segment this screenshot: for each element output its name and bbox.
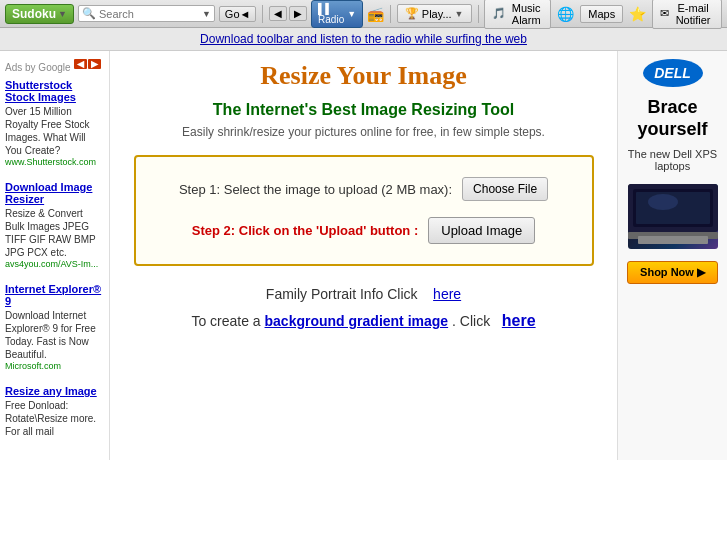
ads-prev-button[interactable]: ◀	[74, 59, 87, 69]
search-box: 🔍 ▼	[78, 5, 215, 22]
choose-file-button[interactable]: Choose File	[462, 177, 548, 201]
main-content: Resize Your Image The Internet's Best Im…	[110, 51, 617, 460]
play-label: Play...	[422, 8, 452, 20]
star-icon: ⭐	[629, 6, 646, 22]
play-button[interactable]: 🏆 Play... ▼	[397, 4, 472, 23]
ad-1-url: www.Shutterstock.com	[5, 157, 104, 167]
subtitle: The Internet's Best Image Resizing Tool	[130, 101, 597, 119]
sidebar-ad-3: Internet Explorer® 9 Download Internet E…	[5, 283, 104, 371]
globe-icon: 🌐	[557, 6, 574, 22]
sudoku-chevron: ▼	[58, 9, 67, 19]
radio-chevron: ▼	[347, 9, 356, 19]
email-icon: ✉	[660, 7, 669, 20]
family-portrait-section: Family Portrait Info Click here	[130, 286, 597, 302]
email-notifier-button[interactable]: ✉ E-mail Notifier	[652, 0, 722, 29]
ad-3-url: Microsoft.com	[5, 361, 104, 371]
back-icon[interactable]: ◀	[269, 6, 287, 21]
ad-1-title[interactable]: Shutterstock Stock Images	[5, 79, 104, 103]
step2-row: Step 2: Click on the 'Upload' button : U…	[156, 217, 572, 244]
step1-row: Step 1: Select the image to upload (2 MB…	[156, 177, 572, 201]
search-input[interactable]	[99, 8, 199, 20]
play-icon: 🏆	[405, 7, 419, 20]
svg-rect-4	[628, 232, 718, 239]
upload-image-button[interactable]: Upload Image	[428, 217, 535, 244]
bg-gradient-link[interactable]: background gradient image	[265, 313, 449, 329]
ad-3-text: Download Internet Explorer® 9 for Free T…	[5, 309, 104, 361]
sidebar-ad-1: Shutterstock Stock Images Over 15 Millio…	[5, 79, 104, 167]
bg-gradient-prefix: To create a	[191, 313, 260, 329]
search-dropdown-icon[interactable]: ▼	[202, 9, 211, 19]
dell-logo: DELL	[643, 59, 703, 87]
music-alarm-button[interactable]: 🎵 Music Alarm	[484, 0, 551, 29]
shop-now-button[interactable]: Shop Now ▶	[627, 261, 718, 284]
step2-label: Step 2: Click on the 'Upload' button :	[192, 223, 418, 238]
layout: Ads by Google ◀ ▶ Shutterstock Stock Ima…	[0, 51, 727, 460]
sudoku-label: Sudoku	[12, 7, 56, 21]
ads-label: Ads by Google ◀ ▶	[5, 59, 104, 75]
bg-gradient-here-link[interactable]: here	[502, 312, 536, 329]
dell-heading: Brace yourself	[623, 97, 722, 140]
family-portrait-text: Family Portrait Info Click	[266, 286, 418, 302]
bg-gradient-middle: . Click	[452, 313, 490, 329]
radio-icon: 📻	[367, 6, 384, 22]
upload-box: Step 1: Select the image to upload (2 MB…	[134, 155, 594, 266]
play-chevron: ▼	[455, 9, 464, 19]
radio-button[interactable]: ▌▌ Radio ▼	[311, 0, 363, 28]
separator-1	[262, 5, 263, 23]
ad-2-text: Resize & Convert Bulk Images JPEG TIFF G…	[5, 207, 104, 259]
family-portrait-link[interactable]: here	[433, 286, 461, 302]
forward-icon[interactable]: ▶	[289, 6, 307, 21]
ad-3-title[interactable]: Internet Explorer® 9	[5, 283, 104, 307]
radio-label: ▌▌ Radio	[318, 3, 344, 25]
separator-3	[478, 5, 479, 23]
svg-point-3	[648, 194, 678, 210]
sidebar-ad-4: Resize any Image Free Donload: Rotate\Re…	[5, 385, 104, 438]
right-ad-panel: DELL Brace yourself The new Dell XPS lap…	[617, 51, 727, 460]
music-icon: 🎵	[492, 7, 506, 20]
ad-4-title[interactable]: Resize any Image	[5, 385, 104, 397]
sidebar: Ads by Google ◀ ▶ Shutterstock Stock Ima…	[0, 51, 110, 460]
description: Easily shrink/resize your pictures onlin…	[130, 125, 597, 139]
banner: Download toolbar and listen to the radio…	[0, 28, 727, 51]
ads-next-button[interactable]: ▶	[88, 59, 101, 69]
music-alarm-label: Music Alarm	[509, 2, 543, 26]
ad-1-text: Over 15 Million Royalty Free Stock Image…	[5, 105, 104, 157]
banner-link[interactable]: Download toolbar and listen to the radio…	[200, 32, 527, 46]
page-title: Resize Your Image	[130, 61, 597, 91]
separator-2	[390, 5, 391, 23]
dell-subtext: The new Dell XPS laptops	[623, 148, 722, 172]
ad-2-title[interactable]: Download Image Resizer	[5, 181, 104, 205]
ad-4-text: Free Donload: Rotate\Resize more. For al…	[5, 399, 104, 438]
maps-button[interactable]: Maps	[580, 5, 623, 23]
sudoku-button[interactable]: Sudoku ▼	[5, 4, 74, 24]
step1-label: Step 1: Select the image to upload (2 MB…	[179, 182, 452, 197]
go-button[interactable]: Go◄	[219, 6, 257, 22]
email-notifier-label: E-mail Notifier	[672, 2, 714, 26]
maps-label: Maps	[588, 8, 615, 20]
ad-2-url: avs4you.com/AVS-Im...	[5, 259, 104, 269]
toolbar: Sudoku ▼ 🔍 ▼ Go◄ ◀ ▶ ▌▌ Radio ▼ 📻 🏆 Play…	[0, 0, 727, 28]
sidebar-ad-2: Download Image Resizer Resize & Convert …	[5, 181, 104, 269]
bg-gradient-section: To create a background gradient image . …	[130, 312, 597, 330]
ads-nav: ◀ ▶	[74, 59, 101, 69]
dell-laptop-image	[628, 184, 718, 249]
search-icon: 🔍	[82, 7, 96, 20]
